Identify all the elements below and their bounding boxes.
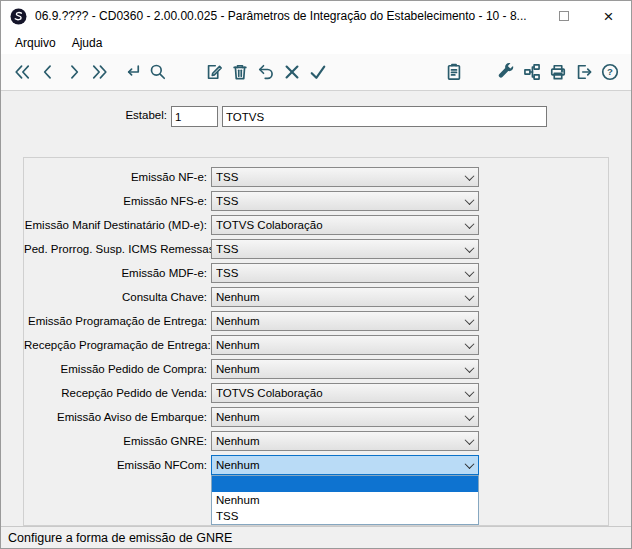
- combo-value: Nenhum: [216, 411, 478, 423]
- first-record-icon[interactable]: [9, 58, 35, 86]
- combo-value: TOTVS Colaboração: [216, 219, 478, 231]
- field-label: Emissão Pedido de Compra:: [24, 363, 207, 375]
- dropdown-item-blank[interactable]: [212, 476, 478, 492]
- chevron-down-icon: [461, 192, 478, 210]
- edit-icon[interactable]: [201, 58, 227, 86]
- chevron-down-icon: [461, 384, 478, 402]
- form-row: Recepção Programação de Entrega: Nenhum: [24, 333, 608, 357]
- next-record-icon[interactable]: [61, 58, 87, 86]
- field-label: Emissão Aviso de Embarque:: [24, 411, 207, 423]
- combo-consulta-chave[interactable]: Nenhum: [211, 287, 479, 307]
- combo-value: Nenhum: [216, 315, 478, 327]
- combo-emissao-nfse[interactable]: TSS: [211, 191, 479, 211]
- menu-ajuda[interactable]: Ajuda: [64, 34, 111, 52]
- field-label: Emissão MDF-e:: [24, 267, 207, 279]
- form-row: Emissão Pedido de Compra: Nenhum: [24, 357, 608, 381]
- field-label: Ped. Prorrog. Susp. ICMS Remessas:: [24, 243, 207, 255]
- app-window: 06.9.???? - CD0360 - 2.00.00.025 - Parâm…: [0, 0, 632, 549]
- network-icon[interactable]: [519, 58, 545, 86]
- form-row: Emissão NFS-e: TSS: [24, 189, 608, 213]
- dropdown-item-nenhum[interactable]: Nenhum: [212, 492, 478, 508]
- combo-value: Nenhum: [216, 459, 478, 471]
- last-record-icon[interactable]: [87, 58, 113, 86]
- field-label: Emissão NFS-e:: [24, 195, 207, 207]
- chevron-down-icon: [461, 216, 478, 234]
- form-row: Ped. Prorrog. Susp. ICMS Remessas: TSS: [24, 237, 608, 261]
- estabel-name-input[interactable]: [222, 106, 547, 127]
- combo-emissao-aviso-embarque[interactable]: Nenhum: [211, 407, 479, 427]
- combo-emissao-nfcom[interactable]: Nenhum: [211, 455, 479, 475]
- field-label: Emissão Manif Destinatário (MD-e):: [24, 219, 207, 231]
- field-label: Emissão NF-e:: [24, 171, 207, 183]
- chevron-down-icon: [461, 288, 478, 306]
- form-row: Emissão Programação de Entrega: Nenhum: [24, 309, 608, 333]
- combo-emissao-gnre[interactable]: Nenhum: [211, 431, 479, 451]
- window-controls: ×: [541, 1, 631, 31]
- menubar: Arquivo Ajuda: [1, 31, 631, 54]
- exit-icon[interactable]: [571, 58, 597, 86]
- menu-arquivo[interactable]: Arquivo: [7, 34, 64, 52]
- status-message: Configure a forma de emissão de GNRE: [8, 531, 232, 545]
- chevron-down-icon: [461, 240, 478, 258]
- combo-emissao-mdfe[interactable]: TSS: [211, 263, 479, 283]
- cancel-icon[interactable]: [279, 58, 305, 86]
- integration-groupbox: Emissão NF-e: TSS Emissão NFS-e: TSS Emi…: [23, 157, 609, 526]
- chevron-down-icon: [461, 264, 478, 282]
- undo-icon[interactable]: [253, 58, 279, 86]
- clipboard-icon[interactable]: [441, 58, 467, 86]
- field-label: Recepção Pedido de Venda:: [24, 387, 207, 399]
- form-row: Emissão Aviso de Embarque: Nenhum: [24, 405, 608, 429]
- window-title: 06.9.???? - CD0360 - 2.00.00.025 - Parâm…: [35, 9, 541, 23]
- combo-value: TSS: [216, 171, 478, 183]
- close-button[interactable]: ×: [586, 1, 631, 31]
- chevron-down-icon: [461, 336, 478, 354]
- maximize-button[interactable]: [541, 1, 586, 31]
- combo-recepcao-programacao-entrega[interactable]: Nenhum: [211, 335, 479, 355]
- nfcom-dropdown-list: Nenhum TSS: [211, 475, 479, 525]
- field-label: Consulta Chave:: [24, 291, 207, 303]
- combo-value: Nenhum: [216, 291, 478, 303]
- estabel-code-input[interactable]: [171, 106, 218, 127]
- confirm-icon[interactable]: [305, 58, 331, 86]
- previous-record-icon[interactable]: [35, 58, 61, 86]
- form-area: Estabel: Emissão NF-e: TSS Emissão NFS-e…: [1, 91, 631, 526]
- combo-emissao-programacao-entrega[interactable]: Nenhum: [211, 311, 479, 331]
- estabel-label: Estabel:: [67, 109, 167, 121]
- combo-emissao-manif-destinatario[interactable]: TOTVS Colaboração: [211, 215, 479, 235]
- chevron-down-icon: [461, 168, 478, 186]
- goto-record-icon[interactable]: [119, 58, 145, 86]
- print-icon[interactable]: [545, 58, 571, 86]
- combo-emissao-nfe[interactable]: TSS: [211, 167, 479, 187]
- combo-ped-prorrog-susp-icms[interactable]: TSS: [211, 239, 479, 259]
- form-row: Emissão NFCom: Nenhum: [24, 453, 608, 477]
- field-label: Emissão NFCom:: [24, 459, 207, 471]
- delete-icon[interactable]: [227, 58, 253, 86]
- combo-recepcao-pedido-venda[interactable]: TOTVS Colaboração: [211, 383, 479, 403]
- form-row: Emissão MDF-e: TSS: [24, 261, 608, 285]
- form-row: Emissão GNRE: Nenhum: [24, 429, 608, 453]
- form-row: Emissão NF-e: TSS: [24, 165, 608, 189]
- chevron-down-icon: [461, 408, 478, 426]
- tools-icon[interactable]: [493, 58, 519, 86]
- form-row: Emissão Manif Destinatário (MD-e): TOTVS…: [24, 213, 608, 237]
- combo-emissao-pedido-compra[interactable]: Nenhum: [211, 359, 479, 379]
- statusbar: Configure a forma de emissão de GNRE: [1, 526, 631, 548]
- app-icon: [10, 8, 27, 25]
- search-icon[interactable]: [145, 58, 171, 86]
- combo-value: Nenhum: [216, 339, 478, 351]
- chevron-down-icon: [461, 360, 478, 378]
- combo-value: Nenhum: [216, 435, 478, 447]
- chevron-down-icon: [461, 432, 478, 450]
- help-icon[interactable]: ?: [597, 58, 623, 86]
- field-label: Emissão Programação de Entrega:: [24, 315, 207, 327]
- dropdown-item-tss[interactable]: TSS: [212, 508, 478, 524]
- titlebar[interactable]: 06.9.???? - CD0360 - 2.00.00.025 - Parâm…: [1, 1, 631, 31]
- svg-text:?: ?: [607, 66, 613, 77]
- field-label: Emissão GNRE:: [24, 435, 207, 447]
- form-row: Consulta Chave: Nenhum: [24, 285, 608, 309]
- maximize-icon: [559, 11, 569, 21]
- close-icon: ×: [604, 8, 614, 25]
- chevron-down-icon: [461, 312, 478, 330]
- combo-value: TSS: [216, 267, 478, 279]
- toolbar: ?: [1, 54, 631, 91]
